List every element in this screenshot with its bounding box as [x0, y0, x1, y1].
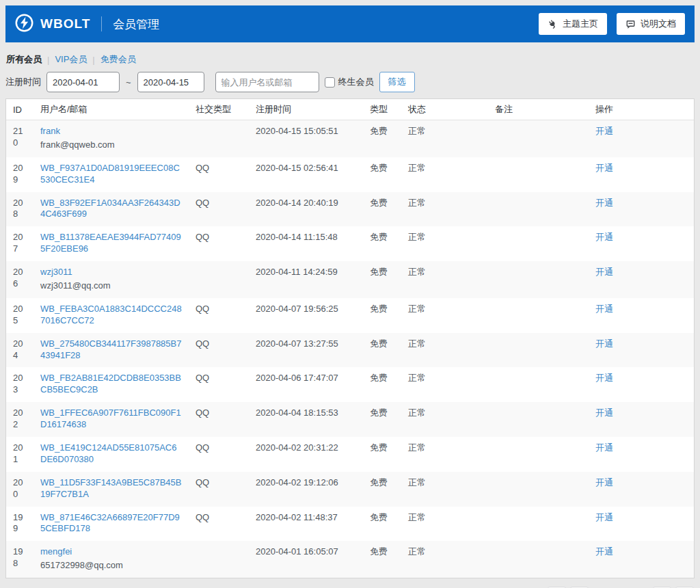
social-type: QQ: [189, 472, 249, 507]
activate-link[interactable]: 开通: [595, 477, 613, 487]
username-link[interactable]: WB_F937A1D0AD81919EEEC08C530CEC31E4: [40, 163, 180, 185]
member-tabs: 所有会员 | VIP会员 | 免费会员: [6, 53, 695, 66]
page-title: 会员管理: [113, 16, 159, 32]
member-table: ID 用户名/邮箱 社交类型 注册时间 类型 状态 备注 操作 210 fran…: [6, 99, 694, 578]
register-time: 2020-04-15 15:05:51: [249, 120, 363, 157]
member-user-cell: WB_1FFEC6A907F7611FBC090F1D16174638: [33, 402, 189, 437]
member-remark: [488, 333, 589, 368]
lifetime-label-text: 终生会员: [338, 76, 374, 88]
docs-button[interactable]: 说明文档: [617, 13, 685, 35]
theme-home-button[interactable]: 主题主页: [539, 13, 607, 35]
username-link[interactable]: wzj3011: [40, 267, 72, 277]
member-status: 正常: [401, 192, 488, 227]
username-link[interactable]: WB_275480CB344117F3987885B743941F28: [40, 338, 181, 360]
member-action-cell: 开通: [589, 226, 694, 261]
tab-separator: |: [47, 55, 49, 65]
member-status: 正常: [401, 402, 488, 437]
activate-link[interactable]: 开通: [595, 126, 613, 136]
date-to-input[interactable]: [137, 72, 204, 92]
username-link[interactable]: frank: [40, 126, 60, 136]
member-table-body: 210 frank frank@qqweb.com 2020-04-15 15:…: [6, 120, 694, 578]
member-type: 免费: [363, 261, 401, 298]
username-link[interactable]: WB_1FFEC6A907F7611FBC090F1D16174638: [40, 407, 181, 429]
register-time: 2020-04-15 02:56:41: [249, 157, 363, 192]
member-user-cell: WB_275480CB344117F3987885B743941F28: [33, 333, 189, 368]
table-header-row: ID 用户名/邮箱 社交类型 注册时间 类型 状态 备注 操作: [6, 99, 694, 120]
member-action-cell: 开通: [589, 437, 694, 472]
activate-link[interactable]: 开通: [595, 442, 613, 453]
register-time: 2020-04-02 20:31:22: [249, 437, 363, 472]
member-id: 201: [6, 437, 33, 472]
member-id: 203: [6, 367, 33, 402]
table-row: 209 WB_F937A1D0AD81919EEEC08C530CEC31E4 …: [6, 157, 694, 192]
member-type: 免费: [363, 507, 401, 542]
member-user-cell: WB_B11378EAEAE3944FAD774095F20EBE96: [33, 226, 189, 261]
username-link[interactable]: WB_871E46C32A66897E20F77D95CEBFD178: [40, 512, 180, 534]
member-remark: [488, 157, 589, 192]
member-status: 正常: [401, 226, 488, 261]
activate-link[interactable]: 开通: [595, 512, 613, 522]
member-type: 免费: [363, 437, 401, 472]
member-action-cell: 开通: [589, 507, 694, 542]
social-type: [189, 120, 249, 157]
social-type: QQ: [189, 157, 249, 192]
member-email: frank@qqweb.com: [40, 139, 182, 151]
member-user-cell: WB_11D5F33F143A9BE5C87B45B19F7C7B1A: [33, 472, 189, 507]
username-link[interactable]: WB_B11378EAEAE3944FAD774095F20EBE96: [40, 232, 181, 254]
member-user-cell: WB_FEBA3C0A1883C14DCCC2487016C7CC72: [33, 298, 189, 333]
member-remark: [488, 120, 589, 157]
register-time: 2020-04-07 13:27:55: [249, 333, 363, 368]
activate-link[interactable]: 开通: [595, 304, 613, 314]
register-time: 2020-04-14 11:15:48: [249, 226, 363, 261]
username-link[interactable]: mengfei: [40, 546, 72, 557]
tab-vip-members[interactable]: VIP会员: [55, 53, 87, 66]
lifetime-checkbox[interactable]: [325, 77, 335, 88]
brand-name: WBOLT: [40, 16, 90, 31]
member-id: 200: [6, 472, 33, 507]
username-link[interactable]: WB_1E419C124AD55E81075AC6DE6D070380: [40, 442, 176, 464]
social-type: QQ: [189, 437, 249, 472]
topbar-actions: 主题主页 说明文档: [539, 13, 685, 35]
activate-link[interactable]: 开通: [595, 163, 613, 173]
register-time: 2020-04-11 14:24:59: [249, 261, 363, 298]
member-remark: [488, 541, 589, 578]
username-link[interactable]: WB_FEBA3C0A1883C14DCCC2487016C7CC72: [40, 304, 182, 325]
member-action-cell: 开通: [589, 120, 694, 157]
member-id: 209: [6, 157, 33, 192]
activate-link[interactable]: 开通: [595, 546, 613, 557]
member-remark: [488, 298, 589, 333]
activate-link[interactable]: 开通: [595, 407, 613, 418]
social-type: QQ: [189, 367, 249, 402]
tab-all-members[interactable]: 所有会员: [6, 53, 42, 66]
tab-free-members[interactable]: 免费会员: [100, 53, 136, 66]
activate-link[interactable]: 开通: [595, 198, 613, 208]
date-from-input[interactable]: [46, 72, 120, 92]
member-status: 正常: [401, 541, 488, 578]
member-status: 正常: [401, 333, 488, 368]
member-action-cell: 开通: [589, 541, 694, 578]
date-range-separator: ~: [126, 77, 131, 88]
username-link[interactable]: WB_83F92EF1A034AA3F264343D4C463F699: [40, 198, 180, 219]
activate-link[interactable]: 开通: [595, 232, 613, 242]
table-row: 207 WB_B11378EAEAE3944FAD774095F20EBE96 …: [6, 226, 694, 261]
member-user-cell: WB_871E46C32A66897E20F77D95CEBFD178: [33, 507, 189, 542]
member-type: 免费: [363, 402, 401, 437]
docs-label: 说明文档: [641, 18, 676, 30]
activate-link[interactable]: 开通: [595, 267, 613, 277]
reg-time-label: 注册时间: [5, 76, 41, 88]
username-link[interactable]: WB_11D5F33F143A9BE5C87B45B19F7C7B1A: [40, 477, 181, 499]
col-register-time: 注册时间: [249, 99, 363, 120]
filter-button[interactable]: 筛选: [379, 72, 415, 92]
table-row: 206 wzj3011 wzj3011@qq.com 2020-04-11 14…: [6, 261, 694, 298]
username-link[interactable]: WB_FB2AB81E42DCDB8E0353BBCB5BEC9C2B: [40, 373, 181, 395]
table-row: 199 WB_871E46C32A66897E20F77D95CEBFD178 …: [6, 507, 694, 542]
search-input[interactable]: [215, 72, 319, 92]
col-action: 操作: [589, 99, 694, 120]
member-remark: [488, 261, 589, 298]
col-id: ID: [6, 99, 33, 120]
table-row: 203 WB_FB2AB81E42DCDB8E0353BBCB5BEC9C2B …: [6, 367, 694, 402]
member-user-cell: WB_F937A1D0AD81919EEEC08C530CEC31E4: [33, 157, 189, 192]
activate-link[interactable]: 开通: [595, 373, 613, 383]
member-user-cell: WB_1E419C124AD55E81075AC6DE6D070380: [33, 437, 189, 472]
activate-link[interactable]: 开通: [595, 338, 613, 349]
